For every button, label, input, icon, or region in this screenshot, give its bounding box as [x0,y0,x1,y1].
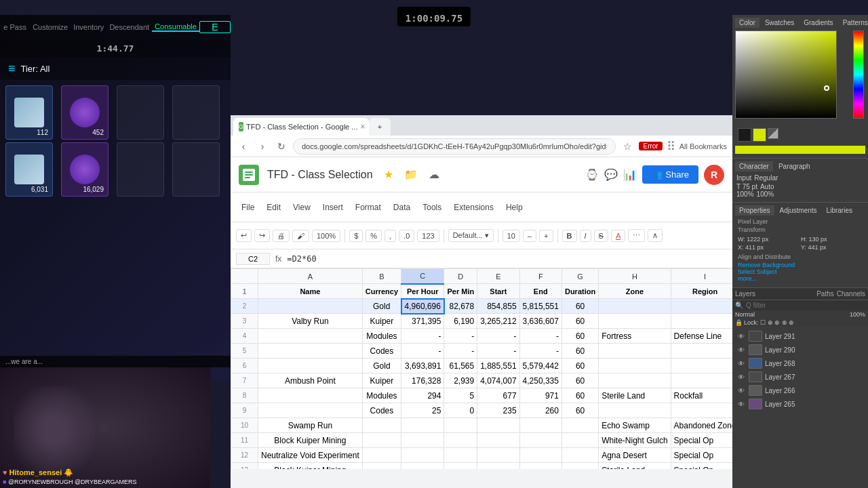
history-icon[interactable]: ⌚ [585,168,599,181]
col-a-header[interactable]: A [258,269,363,284]
share-button[interactable]: 👥 Share [642,165,698,184]
row-7-duration[interactable]: 60 [561,373,598,388]
menu-edit[interactable]: Edit [261,200,286,215]
ps-remove-bg-btn[interactable]: Remove Background [738,262,863,268]
ps-paragraph-tab[interactable]: Paragraph [774,161,814,171]
ps-eye-267[interactable]: 👁 [736,373,746,381]
font-size[interactable]: 10 [502,230,520,242]
row-8-start[interactable]: 677 [477,388,519,403]
row-7-zone[interactable] [599,373,671,388]
row-5-name[interactable] [258,344,363,359]
row-5-start[interactable]: - [477,344,519,359]
row-12-permin[interactable] [444,448,477,463]
text-color-button[interactable]: A [611,230,625,242]
row-12-name[interactable]: Neutralize Void Experiment [258,448,363,463]
ps-eye-268[interactable]: 👁 [736,360,746,367]
row-5-currency[interactable]: Codes [362,344,401,359]
row-13-currency[interactable] [362,463,401,470]
color-picker-area[interactable] [735,30,864,125]
tab-descendant[interactable]: Descendant [106,23,152,31]
menu-format[interactable]: Format [350,200,387,215]
ps-layer-search-input[interactable] [746,302,865,309]
row-11-duration[interactable] [561,433,598,448]
row-12-end[interactable] [519,448,561,463]
row-4-permin[interactable]: - [444,329,477,344]
row-10-duration[interactable] [561,418,598,433]
row-10-region[interactable]: Abandoned Zone [671,418,732,433]
ps-eye-290[interactable]: 👁 [736,346,746,354]
font-size-dec[interactable]: – [523,230,536,242]
row-12-duration[interactable] [561,448,598,463]
strikethrough-button[interactable]: S [594,230,608,242]
row-11-permin[interactable] [444,433,477,448]
row-4-name[interactable] [258,329,363,344]
tab-pass[interactable]: e Pass [0,23,30,31]
row-3-start[interactable]: 3,265,212 [477,314,519,329]
row-3-perhour[interactable]: 371,395 [401,314,444,329]
row-2-currency[interactable]: Gold [362,299,401,314]
menu-insert[interactable]: Insert [317,200,349,215]
bookmark-button[interactable]: ☆ [620,139,635,154]
row-4-zone[interactable]: Fortress [599,329,671,344]
collapse-toolbar-button[interactable]: ∧ [648,229,663,242]
paint-format-button[interactable]: 🖌 [292,230,309,242]
ps-layer-265[interactable]: 👁 Layer 265 [735,397,865,411]
inv-item-2[interactable]: 452 [61,85,108,140]
col-c-header[interactable]: C [401,269,444,284]
hue-slider[interactable] [853,30,864,119]
row-10-zone[interactable]: Echo Swamp [599,418,671,433]
redo-button[interactable]: ↪ [254,229,270,242]
row-13-name[interactable]: Block Kuiper Mining [258,463,363,470]
col-d-header[interactable]: D [444,269,477,284]
row-9-currency[interactable]: Codes [362,403,401,418]
color-gradient-box[interactable] [735,30,837,119]
row-12-currency[interactable] [362,448,401,463]
row-8-permin[interactable]: 5 [444,388,477,403]
row-9-end[interactable]: 260 [519,403,561,418]
inv-item-8[interactable] [172,142,220,197]
more-formats-button[interactable]: ⋯ [628,229,645,242]
ps-paths-label[interactable]: Paths [816,290,834,298]
row-2-duration[interactable]: 60 [561,299,598,314]
cloud-icon[interactable]: ☁ [429,168,439,181]
row-11-end[interactable] [519,433,561,448]
url-input[interactable] [293,138,616,155]
row-9-start[interactable]: 235 [477,403,519,418]
ps-eye-266[interactable]: 👁 [736,387,746,394]
row-5-duration[interactable]: 60 [561,344,598,359]
star-icon[interactable]: ★ [384,168,393,181]
decimal-dec-button[interactable]: .0 [399,230,414,242]
undo-button[interactable]: ↩ [236,229,252,242]
ps-layer-268[interactable]: 👁 Layer 268 [735,357,865,370]
back-button[interactable]: ‹ [236,139,251,154]
row-3-name[interactable]: Valby Run [258,314,363,329]
row-9-perhour[interactable]: 25 [401,403,444,418]
row-6-perhour[interactable]: 3,693,891 [401,359,444,373]
row-8-region[interactable]: Rockfall [671,388,732,403]
row-2-region[interactable] [671,299,732,314]
inv-item-4[interactable] [172,85,220,140]
row-13-duration[interactable] [561,463,598,470]
col-f-header[interactable]: F [519,269,561,284]
decimal-button[interactable]: , [384,230,396,242]
row-2-end[interactable]: 5,815,551 [519,299,561,314]
row-13-start[interactable] [477,463,519,470]
row-3-zone[interactable] [599,314,671,329]
bookmarks-label[interactable]: All Bookmarks [679,142,727,150]
ps-color-tab[interactable]: Color [735,18,760,28]
col-h-header[interactable]: H [599,269,671,284]
menu-data[interactable]: Data [388,200,416,215]
inv-item-6[interactable]: 16,029 [61,142,108,197]
row-4-end[interactable]: - [519,329,561,344]
inv-item-7[interactable] [117,142,164,197]
tab-consumable[interactable]: Consumable [152,22,199,32]
menu-extensions[interactable]: Extensions [448,200,499,215]
row-10-perhour[interactable] [401,418,444,433]
percent-button[interactable]: % [366,230,382,242]
row-8-currency[interactable]: Modules [362,388,401,403]
browser-tab-new[interactable]: + [369,118,391,136]
row-10-start[interactable] [477,418,519,433]
ps-swatches-tab[interactable]: Swatches [761,18,798,28]
row-13-permin[interactable] [444,463,477,470]
row-9-zone[interactable] [599,403,671,418]
